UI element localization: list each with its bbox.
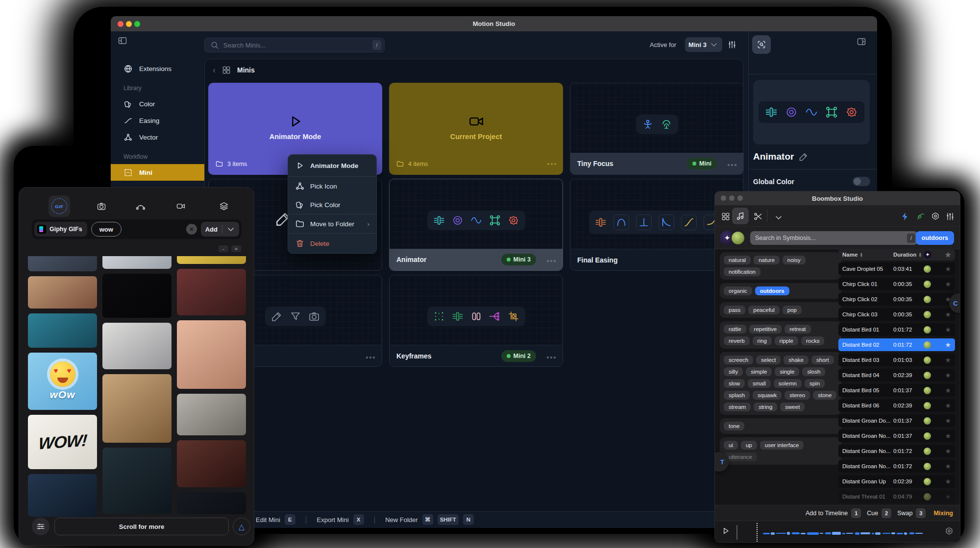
favorite-star-button[interactable]: ★ xyxy=(945,280,951,288)
tag-utterance[interactable]: utterance xyxy=(724,453,757,461)
gif-thumbnail[interactable] xyxy=(102,323,172,369)
favorite-star-button[interactable]: ★ xyxy=(945,386,951,394)
sidebar-collapse-button[interactable] xyxy=(118,36,127,46)
zoom-out-button[interactable]: - xyxy=(219,245,228,252)
query-tag-pill[interactable]: wow xyxy=(91,222,122,237)
table-row-distant-groan-no-[interactable]: Distant Groan No...0:01:72★ xyxy=(838,460,955,473)
tag-up[interactable]: up xyxy=(741,441,757,450)
tag-retreat[interactable]: retreat xyxy=(784,325,810,334)
column-duration[interactable]: Duration▲▼ xyxy=(893,252,924,258)
search-minis-field[interactable]: / xyxy=(204,38,385,52)
favorite-star-button[interactable]: ★ xyxy=(945,402,951,409)
column-name[interactable]: Name▲▼ xyxy=(842,252,893,258)
favorite-star-button[interactable]: ★ xyxy=(945,447,951,455)
gif-thumbnail[interactable] xyxy=(177,320,246,389)
music-library-button[interactable] xyxy=(732,208,749,224)
favorite-star-button[interactable]: ★ xyxy=(945,477,951,485)
tag-solemn[interactable]: solemn xyxy=(774,379,802,388)
action-cue[interactable]: Cue2 xyxy=(867,508,891,518)
gif-results-grid[interactable]: ♥♥wOwWOW! xyxy=(28,256,246,517)
settings-gear-button[interactable] xyxy=(931,212,940,221)
table-row-distant-groan-no-[interactable]: Distant Groan No...0:01:37★ xyxy=(838,429,955,442)
table-row-distant-bird-02[interactable]: Distant Bird 020:01:72★ xyxy=(838,338,955,351)
card-more-button[interactable] xyxy=(547,352,556,360)
card-animator[interactable]: AnimatorMini 3 xyxy=(389,179,563,271)
tag-silly[interactable]: silly xyxy=(724,367,743,376)
zoom-in-button[interactable]: + xyxy=(231,245,241,252)
tag-ring[interactable]: ring xyxy=(753,336,772,345)
table-header[interactable]: Name▲▼Duration▲▼✦★ xyxy=(838,249,955,261)
waveform[interactable] xyxy=(763,531,925,535)
search-input[interactable] xyxy=(223,42,368,49)
gif-thumbnail[interactable]: ♥♥wOw xyxy=(28,353,97,410)
favorite-star-button[interactable]: ★ xyxy=(945,371,951,379)
gif-thumbnail[interactable] xyxy=(102,274,172,318)
tag-notification[interactable]: notification xyxy=(724,267,760,276)
tag-rocks[interactable]: rocks xyxy=(801,336,824,345)
tag-reverb[interactable]: reverb xyxy=(724,336,750,345)
player-settings-icon[interactable] xyxy=(944,526,954,536)
table-row-distant-bird-01[interactable]: Distant Bird 010:01:72★ xyxy=(838,323,955,336)
tab-bezier[interactable] xyxy=(130,195,151,217)
gif-thumbnail[interactable] xyxy=(28,276,97,309)
tag-outdoors[interactable]: outdoors xyxy=(755,286,789,295)
close-traffic-light[interactable] xyxy=(118,21,123,27)
table-row-distant-bird-06[interactable]: Distant Bird 060:02:39★ xyxy=(838,399,955,412)
tag-rattle[interactable]: rattle xyxy=(724,325,746,334)
tag-short[interactable]: short xyxy=(811,356,834,364)
tag-shake[interactable]: shake xyxy=(784,356,808,364)
table-row-distant-bird-05[interactable]: Distant Bird 050:01:37★ xyxy=(838,384,955,397)
gif-thumbnail[interactable] xyxy=(177,269,246,315)
titlebar[interactable]: Motion Studio xyxy=(111,16,877,31)
favorite-star-button[interactable]: ★ xyxy=(945,432,951,440)
menu-item-move-to-folder[interactable]: Move to Folder › xyxy=(288,214,376,233)
tag-sweet[interactable]: sweet xyxy=(780,403,805,411)
context-menu-header[interactable]: Animator Mode xyxy=(288,155,376,176)
table-row-distant-threat-01[interactable]: Distant Threat 010:04:79★ xyxy=(838,490,955,503)
tag-organic[interactable]: organic xyxy=(724,286,752,295)
mixing-mode-button[interactable]: Mixing xyxy=(933,510,953,517)
gif-thumbnail[interactable] xyxy=(28,256,97,271)
filter-sliders-button[interactable] xyxy=(945,212,955,221)
tab-layers[interactable] xyxy=(213,195,235,217)
favorite-star-button[interactable]: ★ xyxy=(945,326,951,334)
add-split-button[interactable]: Add xyxy=(201,222,239,237)
tag-stream[interactable]: stream xyxy=(724,403,751,411)
lightning-button[interactable] xyxy=(900,212,910,221)
favorite-star-button[interactable]: ★ xyxy=(945,462,951,470)
favorite-star-button[interactable]: ★ xyxy=(945,417,951,425)
table-row-chirp-click-03[interactable]: Chirp Click 030:00:35★ xyxy=(838,308,955,321)
tag-stone[interactable]: stone xyxy=(813,391,836,400)
shortcut-new-folder[interactable]: New Folder⌘SHIFTN xyxy=(385,514,474,525)
grid-view-button[interactable] xyxy=(721,212,731,221)
close-traffic-light[interactable] xyxy=(721,195,726,201)
active-filter-chip[interactable]: outdoors xyxy=(916,231,954,245)
table-row-distant-groan-no-[interactable]: Distant Groan No...0:01:72★ xyxy=(838,445,955,457)
table-row-distant-bird-04[interactable]: Distant Bird 040:02:39★ xyxy=(838,369,955,381)
panel-right-toggle-button[interactable] xyxy=(857,37,866,47)
tag-repetitive[interactable]: repetitive xyxy=(749,325,782,334)
table-row-chirp-click-01[interactable]: Chirp Click 010:00:35★ xyxy=(838,278,955,290)
sidebar-item-vector[interactable]: Vector xyxy=(111,129,204,145)
menu-item-delete[interactable]: Delete xyxy=(288,234,376,253)
send-triangle-button[interactable]: △ xyxy=(233,518,250,535)
clear-search-button[interactable]: × xyxy=(186,224,197,235)
global-color-toggle[interactable] xyxy=(853,177,870,186)
minimize-traffic-light[interactable] xyxy=(729,195,735,201)
giphy-provider-chip[interactable]: Giphy GIFs xyxy=(34,222,87,237)
zoom-traffic-light[interactable] xyxy=(737,195,743,201)
collapse-chevron-button[interactable] xyxy=(774,213,784,222)
boombox-search-input[interactable] xyxy=(755,235,903,241)
zoom-traffic-light[interactable] xyxy=(134,21,140,27)
tag-simple[interactable]: simple xyxy=(746,367,772,376)
table-row-distant-groan-do-[interactable]: Distant Groan Do...0:01:37★ xyxy=(838,414,955,427)
tag-select[interactable]: select xyxy=(756,356,781,364)
filter-sliders-button[interactable] xyxy=(727,40,737,49)
tab-camera[interactable] xyxy=(91,195,112,217)
scan-search-button[interactable] xyxy=(752,35,771,54)
action-add-to-timeline[interactable]: Add to Timeline1 xyxy=(806,508,861,518)
gif-thumbnail[interactable] xyxy=(177,394,246,435)
minimize-traffic-light[interactable] xyxy=(126,21,132,27)
scroll-for-more-button[interactable]: Scroll for more xyxy=(54,518,229,535)
menu-item-pick-icon[interactable]: Pick Icon xyxy=(288,177,376,195)
